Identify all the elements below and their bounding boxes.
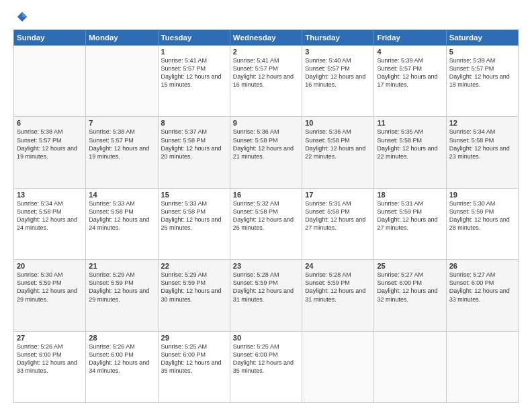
day-number: 5 bbox=[449, 48, 515, 56]
calendar-cell: 23Sunrise: 5:28 AM Sunset: 5:59 PM Dayli… bbox=[230, 260, 302, 331]
calendar-week-row: 13Sunrise: 5:34 AM Sunset: 5:58 PM Dayli… bbox=[14, 188, 519, 259]
col-header-wednesday: Wednesday bbox=[230, 30, 302, 46]
day-number: 14 bbox=[89, 191, 154, 199]
calendar-cell: 20Sunrise: 5:30 AM Sunset: 5:59 PM Dayli… bbox=[14, 260, 86, 331]
calendar-cell: 2Sunrise: 5:41 AM Sunset: 5:57 PM Daylig… bbox=[230, 46, 302, 117]
day-number: 8 bbox=[161, 119, 227, 127]
day-number: 15 bbox=[161, 191, 227, 199]
calendar-header-row: SundayMondayTuesdayWednesdayThursdayFrid… bbox=[14, 30, 519, 46]
calendar-cell: 12Sunrise: 5:34 AM Sunset: 5:58 PM Dayli… bbox=[446, 117, 518, 188]
day-number: 21 bbox=[89, 262, 154, 270]
day-content: Sunrise: 5:41 AM Sunset: 5:57 PM Dayligh… bbox=[161, 57, 222, 88]
day-number: 19 bbox=[449, 191, 515, 199]
day-number: 12 bbox=[449, 119, 515, 127]
day-number: 13 bbox=[17, 191, 83, 199]
day-number: 4 bbox=[377, 48, 443, 56]
col-header-thursday: Thursday bbox=[302, 30, 374, 46]
day-content: Sunrise: 5:29 AM Sunset: 5:59 PM Dayligh… bbox=[89, 271, 149, 302]
day-number: 27 bbox=[17, 334, 83, 342]
calendar-week-row: 6Sunrise: 5:38 AM Sunset: 5:57 PM Daylig… bbox=[14, 117, 519, 188]
day-number: 11 bbox=[377, 119, 443, 127]
day-number: 18 bbox=[377, 191, 443, 199]
calendar-cell: 24Sunrise: 5:28 AM Sunset: 5:59 PM Dayli… bbox=[302, 260, 374, 331]
calendar-cell: 3Sunrise: 5:40 AM Sunset: 5:57 PM Daylig… bbox=[302, 46, 374, 117]
calendar-cell: 22Sunrise: 5:29 AM Sunset: 5:59 PM Dayli… bbox=[158, 260, 230, 331]
calendar-cell: 13Sunrise: 5:34 AM Sunset: 5:58 PM Dayli… bbox=[14, 188, 86, 259]
day-number: 29 bbox=[161, 334, 227, 342]
day-content: Sunrise: 5:31 AM Sunset: 5:59 PM Dayligh… bbox=[377, 200, 437, 231]
day-number: 10 bbox=[305, 119, 371, 127]
day-content: Sunrise: 5:39 AM Sunset: 5:57 PM Dayligh… bbox=[377, 57, 437, 88]
col-header-tuesday: Tuesday bbox=[158, 30, 230, 46]
calendar-cell: 28Sunrise: 5:26 AM Sunset: 6:00 PM Dayli… bbox=[86, 331, 158, 402]
calendar-cell: 29Sunrise: 5:25 AM Sunset: 6:00 PM Dayli… bbox=[158, 331, 230, 402]
day-number: 17 bbox=[305, 191, 371, 199]
day-content: Sunrise: 5:26 AM Sunset: 6:00 PM Dayligh… bbox=[17, 343, 77, 374]
col-header-saturday: Saturday bbox=[446, 30, 518, 46]
day-number: 25 bbox=[377, 262, 443, 270]
day-content: Sunrise: 5:33 AM Sunset: 5:58 PM Dayligh… bbox=[89, 200, 149, 231]
calendar-cell bbox=[86, 46, 158, 117]
day-content: Sunrise: 5:27 AM Sunset: 6:00 PM Dayligh… bbox=[449, 271, 510, 302]
calendar-cell: 17Sunrise: 5:31 AM Sunset: 5:58 PM Dayli… bbox=[302, 188, 374, 259]
day-content: Sunrise: 5:27 AM Sunset: 6:00 PM Dayligh… bbox=[377, 271, 437, 302]
day-number: 2 bbox=[233, 48, 299, 56]
day-number: 7 bbox=[89, 119, 154, 127]
day-number: 3 bbox=[305, 48, 371, 56]
calendar-week-row: 27Sunrise: 5:26 AM Sunset: 6:00 PM Dayli… bbox=[14, 331, 519, 402]
day-number: 16 bbox=[233, 191, 299, 199]
calendar-cell: 16Sunrise: 5:32 AM Sunset: 5:58 PM Dayli… bbox=[230, 188, 302, 259]
day-content: Sunrise: 5:33 AM Sunset: 5:58 PM Dayligh… bbox=[161, 200, 222, 231]
calendar-cell bbox=[14, 46, 86, 117]
day-content: Sunrise: 5:40 AM Sunset: 5:57 PM Dayligh… bbox=[305, 57, 365, 88]
page: SundayMondayTuesdayWednesdayThursdayFrid… bbox=[0, 0, 532, 411]
day-number: 1 bbox=[161, 48, 227, 56]
calendar-cell bbox=[374, 331, 446, 402]
day-number: 23 bbox=[233, 262, 299, 270]
calendar-table: SundayMondayTuesdayWednesdayThursdayFrid… bbox=[13, 30, 519, 403]
calendar-cell: 8Sunrise: 5:37 AM Sunset: 5:58 PM Daylig… bbox=[158, 117, 230, 188]
col-header-monday: Monday bbox=[86, 30, 158, 46]
calendar-cell bbox=[302, 331, 374, 402]
calendar-cell bbox=[446, 331, 518, 402]
header bbox=[13, 11, 519, 23]
day-number: 30 bbox=[233, 334, 299, 342]
calendar-week-row: 20Sunrise: 5:30 AM Sunset: 5:59 PM Dayli… bbox=[14, 260, 519, 331]
day-content: Sunrise: 5:30 AM Sunset: 5:59 PM Dayligh… bbox=[17, 271, 77, 302]
calendar-cell: 1Sunrise: 5:41 AM Sunset: 5:57 PM Daylig… bbox=[158, 46, 230, 117]
calendar-cell: 21Sunrise: 5:29 AM Sunset: 5:59 PM Dayli… bbox=[86, 260, 158, 331]
day-number: 28 bbox=[89, 334, 154, 342]
calendar-cell: 7Sunrise: 5:38 AM Sunset: 5:57 PM Daylig… bbox=[86, 117, 158, 188]
day-content: Sunrise: 5:26 AM Sunset: 6:00 PM Dayligh… bbox=[89, 343, 149, 374]
logo-icon bbox=[16, 11, 28, 23]
day-content: Sunrise: 5:28 AM Sunset: 5:59 PM Dayligh… bbox=[233, 271, 294, 302]
day-content: Sunrise: 5:34 AM Sunset: 5:58 PM Dayligh… bbox=[17, 200, 77, 231]
day-content: Sunrise: 5:25 AM Sunset: 6:00 PM Dayligh… bbox=[161, 343, 222, 374]
day-number: 24 bbox=[305, 262, 371, 270]
calendar-cell: 18Sunrise: 5:31 AM Sunset: 5:59 PM Dayli… bbox=[374, 188, 446, 259]
day-content: Sunrise: 5:36 AM Sunset: 5:58 PM Dayligh… bbox=[305, 128, 365, 159]
calendar-cell: 26Sunrise: 5:27 AM Sunset: 6:00 PM Dayli… bbox=[446, 260, 518, 331]
day-content: Sunrise: 5:36 AM Sunset: 5:58 PM Dayligh… bbox=[233, 128, 294, 159]
calendar-cell: 25Sunrise: 5:27 AM Sunset: 6:00 PM Dayli… bbox=[374, 260, 446, 331]
calendar-cell: 10Sunrise: 5:36 AM Sunset: 5:58 PM Dayli… bbox=[302, 117, 374, 188]
calendar-cell: 15Sunrise: 5:33 AM Sunset: 5:58 PM Dayli… bbox=[158, 188, 230, 259]
col-header-sunday: Sunday bbox=[14, 30, 86, 46]
day-content: Sunrise: 5:31 AM Sunset: 5:58 PM Dayligh… bbox=[305, 200, 365, 231]
day-content: Sunrise: 5:32 AM Sunset: 5:58 PM Dayligh… bbox=[233, 200, 294, 231]
calendar-cell: 4Sunrise: 5:39 AM Sunset: 5:57 PM Daylig… bbox=[374, 46, 446, 117]
day-content: Sunrise: 5:30 AM Sunset: 5:59 PM Dayligh… bbox=[449, 200, 510, 231]
day-content: Sunrise: 5:41 AM Sunset: 5:57 PM Dayligh… bbox=[233, 57, 294, 88]
calendar-cell: 30Sunrise: 5:25 AM Sunset: 6:00 PM Dayli… bbox=[230, 331, 302, 402]
calendar-cell: 6Sunrise: 5:38 AM Sunset: 5:57 PM Daylig… bbox=[14, 117, 86, 188]
calendar-cell: 11Sunrise: 5:35 AM Sunset: 5:58 PM Dayli… bbox=[374, 117, 446, 188]
logo bbox=[13, 11, 28, 23]
day-content: Sunrise: 5:38 AM Sunset: 5:57 PM Dayligh… bbox=[89, 128, 149, 159]
calendar-cell: 27Sunrise: 5:26 AM Sunset: 6:00 PM Dayli… bbox=[14, 331, 86, 402]
day-content: Sunrise: 5:29 AM Sunset: 5:59 PM Dayligh… bbox=[161, 271, 222, 302]
calendar-cell: 9Sunrise: 5:36 AM Sunset: 5:58 PM Daylig… bbox=[230, 117, 302, 188]
calendar-cell: 5Sunrise: 5:39 AM Sunset: 5:57 PM Daylig… bbox=[446, 46, 518, 117]
day-content: Sunrise: 5:37 AM Sunset: 5:58 PM Dayligh… bbox=[161, 128, 222, 159]
day-number: 6 bbox=[17, 119, 83, 127]
day-content: Sunrise: 5:28 AM Sunset: 5:59 PM Dayligh… bbox=[305, 271, 365, 302]
